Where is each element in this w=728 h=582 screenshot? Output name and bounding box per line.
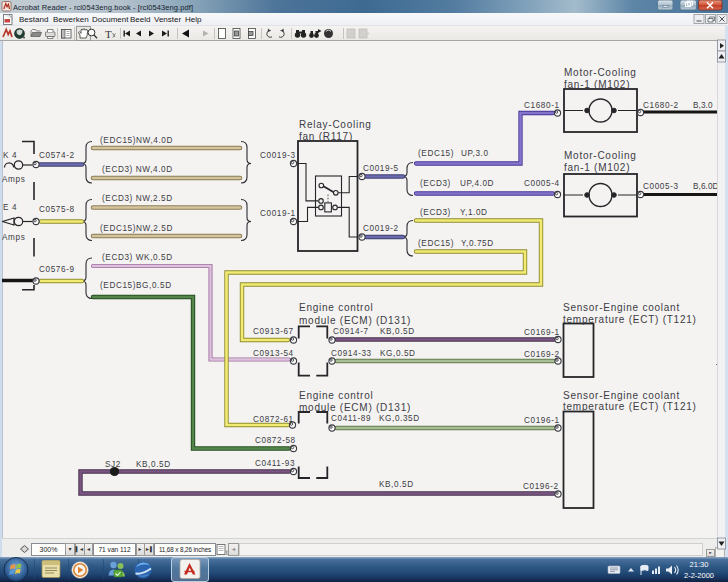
- svg-text:C0019-1: C0019-1: [260, 209, 296, 218]
- svg-text:(EDC15)NW,2.5D: (EDC15)NW,2.5D: [100, 224, 173, 233]
- svg-text:Motor-Cooling: Motor-Cooling: [564, 67, 637, 78]
- svg-text:Amps: Amps: [2, 233, 25, 242]
- svg-text:Relay-Cooling: Relay-Cooling: [299, 119, 372, 130]
- svg-text:21:30: 21:30: [690, 560, 709, 569]
- svg-text:(EDC15): (EDC15): [418, 239, 454, 248]
- svg-text:fan-1 (M102): fan-1 (M102): [564, 162, 630, 173]
- svg-text:temperature (ECT) (T121): temperature (ECT) (T121): [563, 401, 697, 412]
- svg-text:(ECD3) NW,2.5D: (ECD3) NW,2.5D: [102, 194, 173, 203]
- svg-text:C0411-89: C0411-89: [331, 414, 371, 423]
- svg-text:Engine control: Engine control: [299, 302, 373, 313]
- svg-text:C0411-93: C0411-93: [255, 459, 295, 468]
- svg-text:C0019-5: C0019-5: [363, 164, 399, 173]
- svg-text:C0872-61: C0872-61: [253, 415, 294, 424]
- svg-text:C0005-4: C0005-4: [524, 179, 560, 188]
- svg-text:KB,0.5D: KB,0.5D: [136, 460, 171, 469]
- svg-text:fan-1 (M102): fan-1 (M102): [564, 79, 630, 90]
- svg-text:C0913-67: C0913-67: [253, 327, 294, 336]
- svg-text:T: T: [105, 28, 112, 40]
- svg-text:C0872-58: C0872-58: [255, 436, 296, 445]
- svg-text:(ECD3) WK,0.5D: (ECD3) WK,0.5D: [102, 253, 173, 262]
- svg-text:C0914-7: C0914-7: [333, 327, 369, 336]
- svg-text:C1680-2: C1680-2: [643, 101, 679, 110]
- svg-text:C0196-1: C0196-1: [524, 416, 560, 425]
- svg-text:UP,3.0: UP,3.0: [461, 149, 489, 158]
- svg-text:C0169-2: C0169-2: [524, 350, 560, 359]
- svg-text:C0019-3: C0019-3: [260, 151, 296, 160]
- svg-text:Sensor-Engine coolant: Sensor-Engine coolant: [563, 302, 680, 313]
- svg-text:Y,0.75D: Y,0.75D: [461, 239, 494, 248]
- svg-text:(EDC15)NW,4.0D: (EDC15)NW,4.0D: [100, 136, 173, 145]
- svg-text:C0913-54: C0913-54: [253, 349, 294, 358]
- svg-text:SJ2: SJ2: [105, 460, 121, 469]
- svg-text:temperature (ECT) (T121): temperature (ECT) (T121): [563, 314, 697, 325]
- svg-text:K 4: K 4: [3, 151, 17, 160]
- svg-text:C0169-1: C0169-1: [524, 328, 560, 337]
- svg-text:Motor-Cooling: Motor-Cooling: [564, 150, 637, 161]
- svg-text:KB,0.5D: KB,0.5D: [380, 327, 415, 336]
- svg-text:UP,4.0D: UP,4.0D: [460, 179, 494, 188]
- svg-text:C0914-33: C0914-33: [331, 349, 372, 358]
- svg-text:KB,0.5D: KB,0.5D: [379, 480, 414, 489]
- svg-text:C0196-2: C0196-2: [523, 482, 559, 491]
- svg-text:C0575-8: C0575-8: [39, 205, 75, 214]
- svg-text:(ECD3): (ECD3): [420, 179, 451, 188]
- svg-text:C0574-2: C0574-2: [39, 151, 75, 160]
- svg-text:module (ECM) (D131): module (ECM) (D131): [299, 315, 411, 326]
- svg-text:C1680-1: C1680-1: [524, 101, 560, 110]
- svg-text:fan (R117): fan (R117): [299, 131, 353, 142]
- svg-text:KG,0.5D: KG,0.5D: [380, 349, 416, 358]
- svg-text:module (ECM) (D131): module (ECM) (D131): [299, 402, 411, 413]
- svg-text:B,3.0: B,3.0: [693, 101, 713, 110]
- svg-text:Y,1.0D: Y,1.0D: [460, 208, 488, 217]
- svg-text:C0576-9: C0576-9: [39, 265, 75, 274]
- svg-text:Sensor-Engine coolant: Sensor-Engine coolant: [563, 390, 680, 401]
- svg-text:Amps: Amps: [2, 175, 25, 184]
- svg-text:(EDC15)BG,0.5D: (EDC15)BG,0.5D: [100, 281, 172, 290]
- svg-text:B,6.0D: B,6.0D: [693, 182, 719, 191]
- svg-text:C0005-3: C0005-3: [643, 182, 679, 191]
- svg-text:2-2-2000: 2-2-2000: [684, 571, 714, 580]
- svg-text:C0019-2: C0019-2: [363, 224, 399, 233]
- svg-text:(ECD3) NW,4.0D: (ECD3) NW,4.0D: [102, 165, 173, 174]
- svg-text:Engine control: Engine control: [299, 390, 373, 401]
- svg-text:E 4: E 4: [3, 203, 17, 212]
- svg-text:(EDC15): (EDC15): [418, 149, 454, 158]
- svg-text:KG,0.35D: KG,0.35D: [379, 414, 420, 423]
- svg-text:(ECD3): (ECD3): [420, 208, 451, 217]
